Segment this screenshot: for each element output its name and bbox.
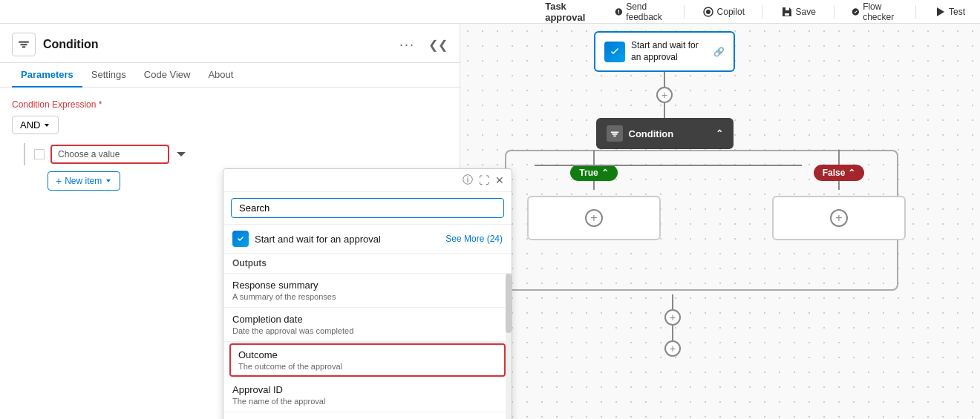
and-chevron-icon xyxy=(43,122,50,129)
value-picker-icon[interactable] xyxy=(175,148,187,160)
false-vert-line xyxy=(838,150,840,165)
add-below-condition-button[interactable]: + xyxy=(664,309,681,326)
panel-tabs: Parameters Settings Code View About xyxy=(0,63,460,88)
condition-collapse-icon[interactable]: ⌃ xyxy=(716,128,723,139)
tab-parameters[interactable]: Parameters xyxy=(12,63,82,88)
tab-code-view[interactable]: Code View xyxy=(135,63,200,88)
output-item-outcome[interactable]: Outcome The outcome of the approval xyxy=(229,343,506,377)
panel-header: Condition ··· ❮❮ xyxy=(0,24,460,63)
close-icon[interactable]: ✕ xyxy=(495,174,504,186)
false-button[interactable]: False ⌃ xyxy=(814,165,865,181)
panel-title: Condition xyxy=(43,38,392,51)
condition-node-label: Condition xyxy=(629,128,674,139)
add-item-button[interactable]: + New item xyxy=(48,171,120,191)
see-more-button[interactable]: See More (24) xyxy=(445,234,503,244)
more-options-button[interactable]: ··· xyxy=(399,37,415,53)
approval-card[interactable]: Start and wait for an approval 🔗 xyxy=(594,31,735,72)
source-row: Start and wait for an approval See More … xyxy=(223,225,512,254)
true-branch-container: True ⌃ + xyxy=(527,150,661,240)
false-branch-box: + xyxy=(772,196,906,240)
branch-connector-line xyxy=(535,165,802,166)
connector-line-1 xyxy=(664,72,665,87)
true-branch-box: + xyxy=(527,196,661,240)
value-picker-dropdown: ⓘ ⛶ ✕ Start and wait for an approval See… xyxy=(223,168,512,419)
condition-checkbox[interactable] xyxy=(34,149,45,159)
choose-value-input[interactable]: Choose a value xyxy=(50,145,169,164)
search-box-wrap xyxy=(223,192,512,225)
output-item-completion-date[interactable]: Completion date Date the approval was co… xyxy=(223,308,512,342)
condition-expression-label: Condition Expression * xyxy=(12,99,448,110)
app-title: Task approval xyxy=(545,1,585,23)
right-panel: Start and wait for an approval 🔗 + Condi… xyxy=(460,24,980,419)
new-item-chevron-icon xyxy=(105,177,112,185)
collapse-button[interactable]: ❮❮ xyxy=(428,38,448,52)
save-icon xyxy=(781,6,793,18)
scrollbar-track xyxy=(506,274,512,419)
copilot-button[interactable]: Copilot xyxy=(696,4,751,19)
search-input[interactable] xyxy=(231,198,504,218)
true-button[interactable]: True ⌃ xyxy=(570,165,617,181)
output-item-approval-id[interactable]: Approval ID The name of the approval xyxy=(223,378,512,412)
flow-checker-button[interactable]: Flow checker xyxy=(846,0,904,24)
output-items-list: Response summary A summary of the respon… xyxy=(223,274,512,419)
info-icon[interactable]: ⓘ xyxy=(463,174,473,187)
output-item-response-summary[interactable]: Response summary A summary of the respon… xyxy=(223,274,512,308)
output-item-title[interactable]: Title The title of the approval xyxy=(223,412,512,419)
outputs-label: Outputs xyxy=(223,254,512,274)
condition-node-icon xyxy=(607,125,623,142)
false-add-button[interactable]: + xyxy=(830,209,848,227)
row-line xyxy=(24,143,25,165)
approval-link-icon: 🔗 xyxy=(713,47,725,57)
left-panel: Condition ··· ❮❮ Parameters Settings Cod… xyxy=(0,24,460,419)
condition-row: Choose a value xyxy=(24,143,448,165)
topbar: Task approval Send feedback Copilot Save… xyxy=(0,0,980,24)
save-button[interactable]: Save xyxy=(775,4,822,19)
approval-source-icon xyxy=(232,231,249,247)
add-after-button[interactable]: + xyxy=(664,340,681,357)
and-button[interactable]: AND xyxy=(12,116,59,134)
approval-card-icon xyxy=(604,42,625,62)
svg-point-5 xyxy=(706,10,710,14)
and-group: AND xyxy=(12,116,448,134)
source-label: Start and wait for an approval xyxy=(255,234,381,245)
add-between-button-1[interactable]: + xyxy=(656,87,673,103)
tab-about[interactable]: About xyxy=(199,63,242,88)
copilot-icon xyxy=(702,6,714,18)
false-branch-container: False ⌃ + xyxy=(772,150,906,240)
bottom-connectors: + + xyxy=(664,294,681,357)
expand-icon[interactable]: ⛶ xyxy=(479,174,489,186)
dropdown-header: ⓘ ⛶ ✕ xyxy=(223,169,512,192)
true-vert-line xyxy=(593,150,595,165)
feedback-icon xyxy=(615,6,623,18)
checker-icon xyxy=(852,6,860,18)
test-button[interactable]: Test xyxy=(928,4,971,19)
condition-icon xyxy=(12,33,36,56)
flow-canvas: Start and wait for an approval 🔗 + Condi… xyxy=(460,24,980,419)
condition-node[interactable]: Condition ⌃ xyxy=(596,118,734,149)
connector-line-2 xyxy=(664,103,665,118)
true-add-button[interactable]: + xyxy=(585,209,603,227)
test-icon xyxy=(934,6,946,18)
tab-settings[interactable]: Settings xyxy=(82,63,135,88)
scrollbar-thumb[interactable] xyxy=(506,274,512,333)
approval-node-container: Start and wait for an approval 🔗 + Condi… xyxy=(594,31,735,149)
approval-card-title: Start and wait for an approval xyxy=(631,40,708,63)
send-feedback-button[interactable]: Send feedback xyxy=(609,0,672,24)
